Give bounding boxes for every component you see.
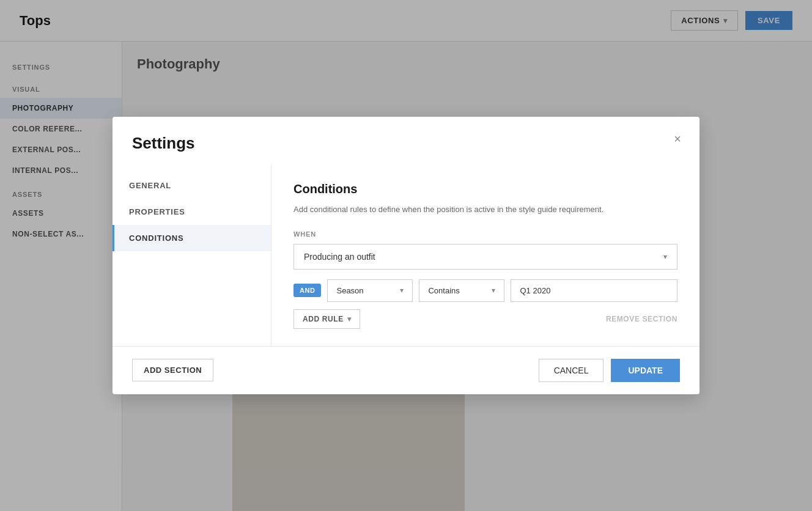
- modal-overlay: Settings × GENERAL PROPERTIES CONDITIONS…: [0, 0, 812, 511]
- update-button[interactable]: UPDATE: [611, 359, 680, 382]
- chevron-down-icon: ▾: [400, 286, 404, 295]
- nav-item-general[interactable]: GENERAL: [113, 172, 271, 199]
- season-value: Season: [336, 286, 363, 295]
- modal-title: Settings: [132, 134, 680, 153]
- cancel-button[interactable]: CANCEL: [539, 359, 604, 382]
- conditions-description: Add conditional rules to define when the…: [293, 204, 677, 216]
- nav-item-properties[interactable]: PROPERTIES: [113, 199, 271, 225]
- modal-header: Settings ×: [113, 117, 699, 165]
- contains-select[interactable]: Contains ▾: [419, 279, 504, 302]
- when-label: WHEN: [293, 230, 677, 238]
- add-rule-label: ADD RULE: [303, 315, 344, 323]
- nav-item-conditions[interactable]: CONDITIONS: [113, 225, 271, 251]
- close-button[interactable]: ×: [668, 129, 687, 149]
- contains-value: Contains: [428, 286, 459, 295]
- add-section-button[interactable]: ADD SECTION: [132, 359, 213, 381]
- conditions-title: Conditions: [293, 182, 677, 196]
- remove-section-button[interactable]: REMOVE SECTION: [606, 315, 677, 323]
- when-value: Producing an outfit: [304, 252, 375, 262]
- when-dropdown[interactable]: Producing an outfit ▾: [293, 244, 677, 270]
- rule-actions: ADD RULE ▾ REMOVE SECTION: [293, 309, 677, 329]
- modal-body: GENERAL PROPERTIES CONDITIONS Conditions…: [113, 165, 699, 346]
- value-input[interactable]: [511, 279, 677, 302]
- chevron-down-icon: ▾: [347, 315, 352, 323]
- season-select[interactable]: Season ▾: [327, 279, 413, 302]
- chevron-down-icon: ▾: [663, 252, 667, 261]
- and-badge: AND: [293, 284, 321, 297]
- rule-row: AND Season ▾ Contains ▾: [293, 279, 677, 302]
- modal: Settings × GENERAL PROPERTIES CONDITIONS…: [113, 117, 699, 394]
- modal-footer: ADD SECTION CANCEL UPDATE: [113, 346, 699, 394]
- chevron-down-icon: ▾: [492, 286, 495, 295]
- footer-right-actions: CANCEL UPDATE: [539, 359, 680, 382]
- modal-content-area: Conditions Add conditional rules to defi…: [271, 165, 699, 346]
- add-rule-button[interactable]: ADD RULE ▾: [293, 309, 360, 329]
- modal-nav: GENERAL PROPERTIES CONDITIONS: [113, 165, 271, 346]
